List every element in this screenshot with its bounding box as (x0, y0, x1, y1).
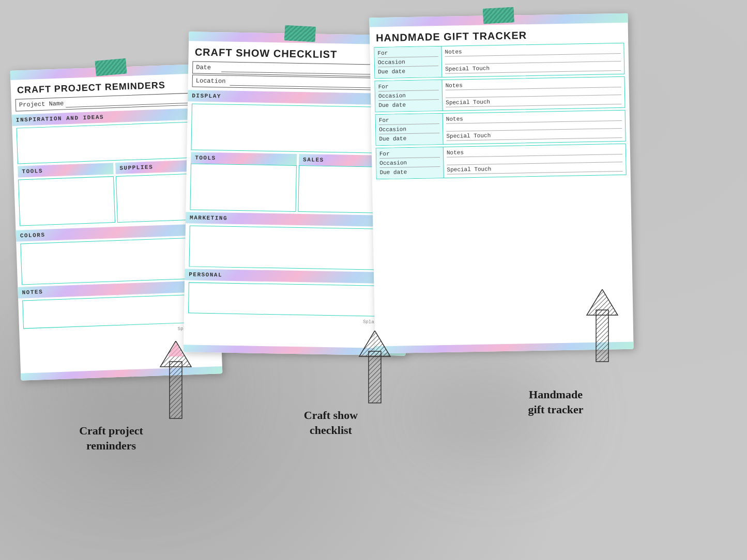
notes-label: NOTES (22, 289, 43, 295)
svg-rect-5 (369, 351, 381, 403)
date-label: Date (196, 64, 211, 72)
tools-col: TOOLS (18, 163, 115, 228)
card2-caption: Craft show checklist (277, 408, 385, 438)
gift-row-1-due-label: Due date (378, 67, 438, 76)
gift-row-2: For Occasion Due date Notes Special Touc… (374, 76, 625, 112)
tools-box[interactable] (18, 176, 115, 226)
gift-row-1-inner: For Occasion Due date Notes Special Touc… (374, 43, 624, 78)
personal-label: PERSONAL (189, 271, 222, 278)
colors-label: COLORS (20, 232, 45, 239)
marketing-label: MARKETING (190, 214, 227, 221)
tape-card3 (483, 7, 514, 24)
gift-row-3-right: Notes Special Touch (443, 111, 626, 144)
gift-row-3-due-label: Due date (379, 134, 439, 143)
sales-label: SALES (303, 157, 324, 163)
gift-row-2-left: For Occasion Due date (375, 80, 443, 112)
supplies-label: SUPPLIES (119, 164, 153, 171)
gift-row-2-for-label: For (378, 82, 439, 91)
tools-box2[interactable] (190, 163, 297, 212)
gift-row-3: For Occasion Due date Notes Special Touc… (375, 110, 626, 146)
arrow-card2 (352, 331, 398, 418)
inspiration-label: INSPIRATION AND IDEAS (16, 114, 104, 123)
svg-rect-8 (596, 310, 608, 362)
project-name-label: Project Name (19, 100, 64, 108)
svg-rect-1 (170, 362, 182, 418)
gift-row-4-left: For Occasion Due date (376, 147, 444, 179)
tools-label: TOOLS (22, 168, 43, 175)
svg-marker-9 (587, 289, 618, 315)
gift-row-4-inner: For Occasion Due date Notes Special Touc… (376, 144, 626, 179)
location-label: Location (196, 77, 226, 85)
project-name-input[interactable] (66, 95, 205, 107)
gift-row-4: For Occasion Due date Notes Special Touc… (376, 144, 627, 179)
gift-row-1-occasion-label: Occasion (378, 57, 438, 67)
card3-caption: Handmade gift tracker (501, 387, 610, 417)
personal-box[interactable] (188, 282, 403, 317)
tools-bar: TOOLS (18, 163, 114, 177)
gift-row-1-right: Notes Special Touch (441, 43, 624, 77)
tools-supplies-section: TOOLS SUPPLIES (18, 160, 213, 228)
card2-watermark: SplashofColors (184, 315, 406, 326)
gift-row-4-occasion-label: Occasion (379, 158, 440, 168)
gift-row-3-left: For Occasion Due date (376, 114, 444, 145)
display-label: DISPLAY (192, 92, 221, 99)
tools-label2: TOOLS (195, 155, 216, 162)
gift-row-2-due-label: Due date (378, 100, 439, 110)
gift-row-1: For Occasion Due date Notes Special Touc… (374, 43, 624, 79)
card1-caption: Craft project reminders (54, 424, 168, 453)
gift-row-1-left: For Occasion Due date (374, 46, 442, 78)
gift-row-4-due-label: Due date (379, 167, 440, 177)
arrow-card3 (579, 289, 626, 377)
gift-row-3-occasion-label: Occasion (379, 125, 439, 134)
svg-marker-3 (168, 342, 184, 356)
svg-marker-6 (359, 331, 390, 356)
tools-col2: TOOLS (190, 152, 297, 212)
arrow-card1 (150, 341, 202, 434)
gift-row-4-for-label: For (379, 149, 440, 159)
gift-row-2-inner: For Occasion Due date Notes Special Touc… (375, 77, 625, 112)
gift-row-3-for-label: For (379, 115, 439, 125)
marketing-box[interactable] (189, 225, 404, 270)
gift-row-4-right: Notes Special Touch (444, 144, 626, 178)
gift-row-1-for-label: For (377, 48, 438, 58)
tape-card2 (284, 25, 316, 42)
gift-row-2-right: Notes Special Touch (442, 77, 624, 111)
gift-row-3-inner: For Occasion Due date Notes Special Touc… (376, 111, 626, 145)
tape-card1 (95, 58, 127, 76)
gift-row-2-occasion-label: Occasion (378, 91, 439, 101)
inspiration-box[interactable] (17, 121, 211, 164)
